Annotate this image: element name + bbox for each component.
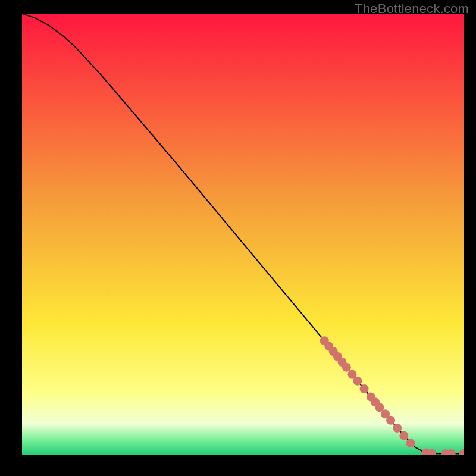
data-marker [386, 416, 395, 425]
gradient-background [22, 14, 464, 455]
data-marker [399, 431, 408, 440]
plot-area [22, 14, 464, 455]
data-marker [393, 424, 402, 433]
data-marker [342, 363, 351, 372]
data-marker [360, 384, 369, 393]
data-marker [406, 439, 415, 447]
chart-svg [22, 14, 464, 455]
chart-stage: TheBottleneck.com [0, 0, 476, 476]
data-marker [353, 377, 362, 386]
